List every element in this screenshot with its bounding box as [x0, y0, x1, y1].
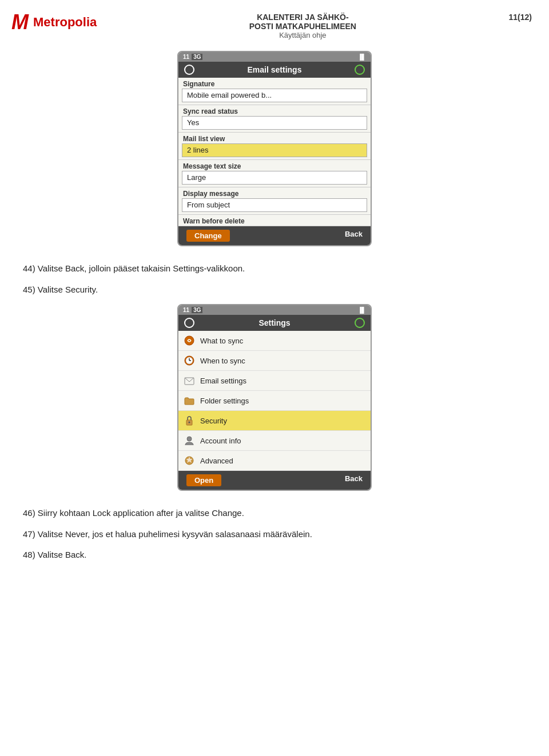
menu-icon [184, 65, 194, 75]
advanced-icon [183, 454, 196, 467]
bars-icon: 11 [183, 54, 189, 60]
svg-point-0 [185, 336, 194, 345]
network-badge: 3G [192, 307, 202, 313]
header-title-line1: KALENTERI JA SÄHKÖ- [97, 13, 508, 22]
logo-text: Metropolia [33, 15, 97, 30]
list-item: Sync read status Yes [178, 105, 371, 133]
open-button[interactable]: Open [186, 474, 221, 486]
settings-item-email-settings: Email settings [178, 371, 371, 391]
main-content: 11 3G ▐▌ Email settings Signature Mobile… [0, 45, 549, 587]
settings-item-account-info: Account info [178, 431, 371, 451]
settings-title: Settings [194, 318, 355, 327]
logo-m-icon: M [11, 10, 29, 34]
lock-icon [183, 414, 196, 427]
email-settings-list: Signature Mobile email powered b... Sync… [178, 78, 371, 226]
advanced-label: Advanced [200, 457, 233, 465]
folder-settings-label: Folder settings [200, 397, 249, 405]
list-item: Message text size Large [178, 160, 371, 187]
settings-item-security: Security [178, 411, 371, 431]
settings-item-folder-settings: Folder settings [178, 391, 371, 411]
email-settings-title: Email settings [194, 65, 355, 74]
settings-item-what-to-sync: What to sync [178, 331, 371, 351]
header-title-line2: POSTI MATKAPUHELIMEEN [97, 22, 508, 31]
email-icon [183, 374, 196, 387]
instruction-45: 45) Valitse Security. [23, 283, 526, 297]
email-settings-mockup: 11 3G ▐▌ Email settings Signature Mobile… [177, 51, 372, 246]
page-header: M Metropolia KALENTERI JA SÄHKÖ- POSTI M… [0, 0, 549, 45]
back-button[interactable]: Back [345, 230, 363, 242]
list-item: Mail list view 2 lines [178, 133, 371, 160]
instruction-44: 44) Valitse Back, jolloin pääset takaisi… [23, 262, 526, 275]
what-to-sync-label: What to sync [200, 337, 243, 345]
item-value: Yes [182, 116, 367, 130]
item-value: Large [182, 171, 367, 185]
bars-icon: 11 [183, 307, 189, 313]
item-label: Mail list view [178, 133, 371, 143]
item-label: Warn before delete [178, 215, 371, 226]
battery-icon: ▐▌ [358, 54, 366, 60]
settings-item-when-to-sync: When to sync [178, 351, 371, 371]
item-value: Mobile email powered b... [182, 89, 367, 102]
status-circle-icon [355, 318, 365, 328]
item-value: From subject [182, 198, 367, 212]
settings-bottom-bar: Open Back [178, 471, 371, 490]
change-button[interactable]: Change [186, 230, 230, 242]
status-left: 11 3G [183, 54, 202, 60]
sync-icon [183, 334, 196, 347]
settings-item-advanced: Advanced [178, 451, 371, 471]
status-left: 11 3G [183, 307, 202, 313]
back-button[interactable]: Back [345, 474, 363, 486]
item-label: Sync read status [178, 105, 371, 116]
battery-icon: ▐▌ [358, 307, 366, 313]
list-item: Warn before delete [178, 215, 371, 226]
instruction-48: 48) Valitse Back. [23, 549, 526, 562]
when-to-sync-label: When to sync [200, 357, 245, 365]
email-settings-bottom-bar: Change Back [178, 226, 371, 245]
menu-icon [184, 318, 194, 328]
instruction-46: 46) Siirry kohtaan Lock application afte… [23, 507, 526, 520]
header-center: KALENTERI JA SÄHKÖ- POSTI MATKAPUHELIMEE… [97, 10, 508, 39]
item-label: Message text size [178, 160, 371, 171]
settings-list: What to sync When to sync [178, 331, 371, 471]
settings-mockup: 11 3G ▐▌ Settings [177, 304, 372, 491]
list-item: Signature Mobile email powered b... [178, 78, 371, 105]
svg-point-7 [189, 422, 190, 423]
status-circle-icon [355, 65, 365, 75]
item-value-highlighted: 2 lines [182, 143, 367, 157]
instruction-47: 47) Valitse Never, jos et halua puhelime… [23, 528, 526, 541]
status-bar: 11 3G ▐▌ [178, 52, 371, 62]
logo: M Metropolia [11, 10, 97, 34]
settings-title-bar: Settings [178, 315, 371, 331]
item-label: Display message [178, 187, 371, 198]
list-item: Display message From subject [178, 187, 371, 215]
item-label: Signature [178, 78, 371, 89]
settings-status-bar: 11 3G ▐▌ [178, 305, 371, 315]
email-settings-title-bar: Email settings [178, 62, 371, 78]
header-subtitle: Käyttäjän ohje [97, 31, 508, 39]
page-number: 11(12) [509, 10, 532, 22]
email-settings-label: Email settings [200, 377, 246, 385]
svg-point-8 [187, 437, 192, 441]
folder-icon [183, 394, 196, 407]
security-label: Security [200, 417, 227, 425]
account-info-label: Account info [200, 437, 241, 445]
clock-icon [183, 354, 196, 367]
network-badge: 3G [192, 54, 202, 60]
account-icon [183, 434, 196, 447]
